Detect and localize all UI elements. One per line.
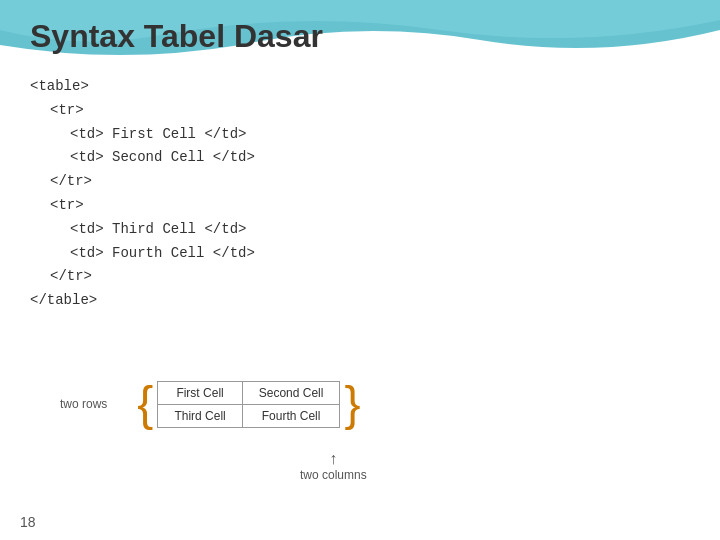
demo-area: two rows { First Cell Second Cell Third … xyxy=(60,380,360,428)
table-cell-r1c2: Second Cell xyxy=(242,381,340,404)
code-line-5: </tr> xyxy=(50,170,700,194)
code-line-6: <tr> xyxy=(50,194,700,218)
right-brace: } xyxy=(344,380,360,428)
code-line-1: <table> xyxy=(30,75,700,99)
arrow-up: ↑ xyxy=(300,450,367,468)
demo-table: First Cell Second Cell Third Cell Fourth… xyxy=(157,381,340,428)
two-columns-label: ↑ two columns xyxy=(300,450,367,482)
table-cell-r2c2: Fourth Cell xyxy=(242,404,340,427)
table-row: Third Cell Fourth Cell xyxy=(158,404,340,427)
table-cell-r1c1: First Cell xyxy=(158,381,242,404)
code-line-2: <tr> xyxy=(50,99,700,123)
table-cell-r2c1: Third Cell xyxy=(158,404,242,427)
code-area: <table> <tr> <td> First Cell </td> <td> … xyxy=(30,75,700,313)
code-block: <table> <tr> <td> First Cell </td> <td> … xyxy=(30,75,700,313)
code-line-3: <td> First Cell </td> xyxy=(70,123,700,147)
page-number: 18 xyxy=(20,514,36,530)
table-row: First Cell Second Cell xyxy=(158,381,340,404)
left-brace: { xyxy=(137,380,153,428)
code-line-4: <td> Second Cell </td> xyxy=(70,146,700,170)
page-title: Syntax Tabel Dasar xyxy=(30,18,323,55)
code-line-7: <td> Third Cell </td> xyxy=(70,218,700,242)
brace-container: { First Cell Second Cell Third Cell Four… xyxy=(137,380,360,428)
code-line-10: </table> xyxy=(30,289,700,313)
code-line-9: </tr> xyxy=(50,265,700,289)
two-rows-label: two rows xyxy=(60,397,107,411)
code-line-8: <td> Fourth Cell </td> xyxy=(70,242,700,266)
